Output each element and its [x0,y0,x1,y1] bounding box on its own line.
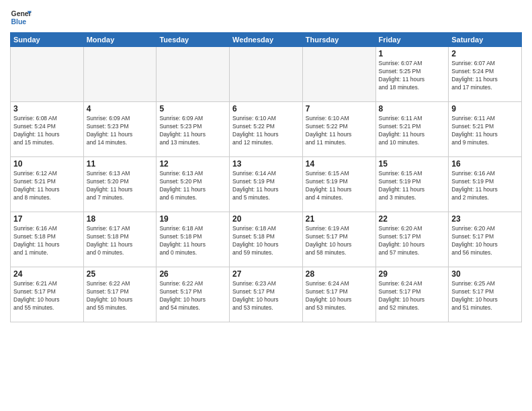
calendar-cell: 20Sunrise: 6:18 AM Sunset: 5:18 PM Dayli… [230,212,303,267]
weekday-header-tuesday: Tuesday [157,33,230,47]
day-info: Sunrise: 6:23 AM Sunset: 5:17 PM Dayligh… [232,280,300,312]
weekday-header-monday: Monday [83,33,157,47]
day-info: Sunrise: 6:21 AM Sunset: 5:17 PM Dayligh… [13,280,81,312]
calendar-cell: 3Sunrise: 6:08 AM Sunset: 5:24 PM Daylig… [11,102,84,157]
day-info: Sunrise: 6:18 AM Sunset: 5:18 PM Dayligh… [232,225,300,257]
calendar-cell: 28Sunrise: 6:24 AM Sunset: 5:17 PM Dayli… [302,267,375,322]
day-info: Sunrise: 6:09 AM Sunset: 5:23 PM Dayligh… [87,115,154,147]
weekday-header-friday: Friday [375,33,449,47]
day-number: 8 [379,104,446,113]
calendar-cell: 17Sunrise: 6:16 AM Sunset: 5:18 PM Dayli… [11,212,84,267]
day-number: 5 [159,104,226,113]
calendar-cell: 29Sunrise: 6:24 AM Sunset: 5:17 PM Dayli… [375,267,449,322]
day-number: 13 [232,159,300,169]
day-number: 14 [306,159,373,169]
day-number: 24 [13,269,81,279]
day-info: Sunrise: 6:13 AM Sunset: 5:20 PM Dayligh… [87,170,154,202]
day-info: Sunrise: 6:22 AM Sunset: 5:17 PM Dayligh… [159,280,226,312]
day-number: 27 [232,269,300,279]
calendar-cell: 18Sunrise: 6:17 AM Sunset: 5:18 PM Dayli… [83,212,157,267]
day-info: Sunrise: 6:15 AM Sunset: 5:19 PM Dayligh… [306,170,373,202]
day-number: 23 [451,214,519,224]
weekday-header-sunday: Sunday [11,33,84,47]
weekday-header-row: SundayMondayTuesdayWednesdayThursdayFrid… [11,33,522,47]
day-info: Sunrise: 6:10 AM Sunset: 5:22 PM Dayligh… [306,115,373,147]
day-number: 26 [159,269,226,279]
week-row-4: 17Sunrise: 6:16 AM Sunset: 5:18 PM Dayli… [11,212,522,267]
calendar-cell [11,47,84,102]
day-info: Sunrise: 6:08 AM Sunset: 5:24 PM Dayligh… [13,115,81,147]
calendar-cell: 22Sunrise: 6:20 AM Sunset: 5:17 PM Dayli… [375,212,449,267]
calendar-cell [302,47,375,102]
day-number: 10 [13,159,81,169]
day-number: 15 [379,159,446,169]
day-number: 17 [13,214,81,224]
day-info: Sunrise: 6:07 AM Sunset: 5:25 PM Dayligh… [379,60,446,92]
day-number: 16 [451,159,519,169]
day-number: 25 [87,269,154,279]
day-info: Sunrise: 6:09 AM Sunset: 5:23 PM Dayligh… [159,115,226,147]
calendar-cell: 11Sunrise: 6:13 AM Sunset: 5:20 PM Dayli… [83,157,157,212]
day-number: 20 [232,214,300,224]
calendar-table: SundayMondayTuesdayWednesdayThursdayFrid… [10,32,522,322]
calendar-cell: 19Sunrise: 6:18 AM Sunset: 5:18 PM Dayli… [157,212,230,267]
calendar-cell: 9Sunrise: 6:11 AM Sunset: 5:21 PM Daylig… [449,102,522,157]
day-info: Sunrise: 6:11 AM Sunset: 5:21 PM Dayligh… [379,115,446,147]
calendar-cell: 2Sunrise: 6:07 AM Sunset: 5:24 PM Daylig… [449,47,522,102]
calendar-cell: 24Sunrise: 6:21 AM Sunset: 5:17 PM Dayli… [11,267,84,322]
day-info: Sunrise: 6:17 AM Sunset: 5:18 PM Dayligh… [87,225,154,257]
calendar-cell: 14Sunrise: 6:15 AM Sunset: 5:19 PM Dayli… [302,157,375,212]
calendar-cell: 15Sunrise: 6:15 AM Sunset: 5:19 PM Dayli… [375,157,449,212]
weekday-header-wednesday: Wednesday [230,33,303,47]
calendar-cell [83,47,157,102]
weekday-header-thursday: Thursday [302,33,375,47]
day-number: 19 [159,214,226,224]
day-info: Sunrise: 6:24 AM Sunset: 5:17 PM Dayligh… [306,280,373,312]
day-info: Sunrise: 6:18 AM Sunset: 5:18 PM Dayligh… [159,225,226,257]
calendar-cell: 13Sunrise: 6:14 AM Sunset: 5:19 PM Dayli… [230,157,303,212]
day-info: Sunrise: 6:16 AM Sunset: 5:18 PM Dayligh… [13,225,81,257]
day-info: Sunrise: 6:13 AM Sunset: 5:20 PM Dayligh… [159,170,226,202]
calendar-cell: 16Sunrise: 6:16 AM Sunset: 5:19 PM Dayli… [449,157,522,212]
week-row-5: 24Sunrise: 6:21 AM Sunset: 5:17 PM Dayli… [11,267,522,322]
day-number: 18 [87,214,154,224]
day-info: Sunrise: 6:19 AM Sunset: 5:17 PM Dayligh… [306,225,373,257]
day-info: Sunrise: 6:20 AM Sunset: 5:17 PM Dayligh… [379,225,446,257]
day-info: Sunrise: 6:24 AM Sunset: 5:17 PM Dayligh… [379,280,446,312]
day-info: Sunrise: 6:20 AM Sunset: 5:17 PM Dayligh… [451,225,519,257]
day-number: 28 [306,269,373,279]
day-number: 1 [379,49,446,58]
day-number: 2 [451,49,519,58]
day-number: 12 [159,159,226,169]
calendar-cell: 6Sunrise: 6:10 AM Sunset: 5:22 PM Daylig… [230,102,303,157]
day-info: Sunrise: 6:10 AM Sunset: 5:22 PM Dayligh… [232,115,300,147]
calendar-cell: 21Sunrise: 6:19 AM Sunset: 5:17 PM Dayli… [302,212,375,267]
calendar-cell: 7Sunrise: 6:10 AM Sunset: 5:22 PM Daylig… [302,102,375,157]
day-number: 21 [306,214,373,224]
weekday-header-saturday: Saturday [449,33,522,47]
calendar-cell: 26Sunrise: 6:22 AM Sunset: 5:17 PM Dayli… [157,267,230,322]
day-info: Sunrise: 6:16 AM Sunset: 5:19 PM Dayligh… [451,170,519,202]
calendar-cell: 5Sunrise: 6:09 AM Sunset: 5:23 PM Daylig… [157,102,230,157]
page-header: General Blue [10,7,522,28]
calendar-cell: 27Sunrise: 6:23 AM Sunset: 5:17 PM Dayli… [230,267,303,322]
calendar-cell: 30Sunrise: 6:25 AM Sunset: 5:17 PM Dayli… [449,267,522,322]
day-number: 29 [379,269,446,279]
day-number: 4 [87,104,154,113]
day-info: Sunrise: 6:25 AM Sunset: 5:17 PM Dayligh… [451,280,519,312]
day-number: 7 [306,104,373,113]
calendar-cell: 4Sunrise: 6:09 AM Sunset: 5:23 PM Daylig… [83,102,157,157]
calendar-cell: 25Sunrise: 6:22 AM Sunset: 5:17 PM Dayli… [83,267,157,322]
day-info: Sunrise: 6:22 AM Sunset: 5:17 PM Dayligh… [87,280,154,312]
calendar-cell: 1Sunrise: 6:07 AM Sunset: 5:25 PM Daylig… [375,47,449,102]
day-info: Sunrise: 6:07 AM Sunset: 5:24 PM Dayligh… [451,60,519,92]
calendar-cell [157,47,230,102]
day-info: Sunrise: 6:14 AM Sunset: 5:19 PM Dayligh… [232,170,300,202]
calendar-cell: 8Sunrise: 6:11 AM Sunset: 5:21 PM Daylig… [375,102,449,157]
week-row-3: 10Sunrise: 6:12 AM Sunset: 5:21 PM Dayli… [11,157,522,212]
day-info: Sunrise: 6:15 AM Sunset: 5:19 PM Dayligh… [379,170,446,202]
day-info: Sunrise: 6:11 AM Sunset: 5:21 PM Dayligh… [451,115,519,147]
calendar-cell: 10Sunrise: 6:12 AM Sunset: 5:21 PM Dayli… [11,157,84,212]
day-number: 22 [379,214,446,224]
logo: General Blue [10,7,32,28]
